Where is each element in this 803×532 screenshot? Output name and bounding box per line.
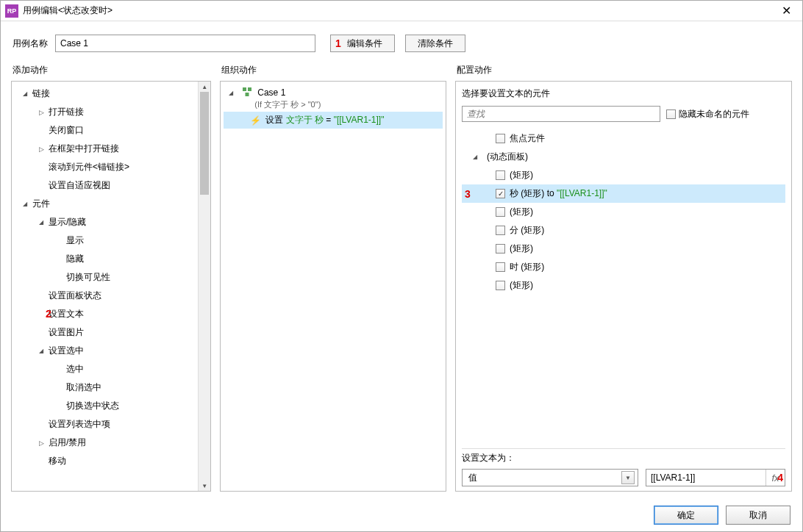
tree-item-label: 元件 xyxy=(32,198,50,210)
organize-action-column: 组织动作 Case 1 (If 文字于 秒 > "0") ⚡ 设置 文字于 秒 … xyxy=(220,61,446,492)
widget-checkbox[interactable] xyxy=(496,262,505,272)
value-input[interactable] xyxy=(646,470,765,486)
widget-checkbox[interactable] xyxy=(496,244,505,254)
search-input[interactable] xyxy=(462,106,660,122)
widget-tree-item[interactable]: 焦点元件 xyxy=(462,129,785,148)
case-name-label: 用例名称 xyxy=(13,37,48,50)
value-box: fx 4 xyxy=(646,469,785,486)
action-tree-item[interactable]: 关闭窗口 xyxy=(12,121,198,140)
expand-icon[interactable] xyxy=(37,219,46,226)
action-tree-item[interactable]: 启用/禁用 xyxy=(12,434,198,452)
scroll-up-icon[interactable]: ▲ xyxy=(199,82,210,92)
expand-icon[interactable] xyxy=(21,201,29,207)
widget-checkbox[interactable] xyxy=(496,226,505,235)
hide-unnamed-group[interactable]: 隐藏未命名的元件 xyxy=(666,108,749,121)
widget-checkbox[interactable] xyxy=(496,189,505,198)
widget-tree-item[interactable]: 分 (矩形) xyxy=(462,221,785,240)
tree-item-label: 设置面板状态 xyxy=(49,290,101,302)
widget-tree-item[interactable]: (矩形) xyxy=(462,203,785,221)
action-row[interactable]: ⚡ 设置 文字于 秒 = "[[LVAR1-1]]" xyxy=(224,112,443,129)
tree-item-label: 关闭窗口 xyxy=(49,124,84,137)
action-tree-item[interactable]: 设置图片 xyxy=(12,323,198,342)
widget-tree-item[interactable]: (矩形) xyxy=(462,166,785,184)
tree-item-label: 滚动到元件<锚链接> xyxy=(49,161,129,173)
widget-label: (矩形) xyxy=(510,279,533,292)
action-tree-item[interactable]: 设置选中 xyxy=(12,342,198,360)
expand-icon[interactable] xyxy=(37,109,46,116)
action-tree-item[interactable]: 显示 xyxy=(12,231,198,250)
case-name-input[interactable] xyxy=(55,35,315,52)
svg-rect-2 xyxy=(246,93,249,96)
action-tree-item[interactable]: 滚动到元件<锚链接> xyxy=(12,158,198,176)
action-tree-item[interactable]: 在框架中打开链接 xyxy=(12,140,198,158)
expand-icon[interactable] xyxy=(37,145,46,153)
expand-icon[interactable] xyxy=(471,154,479,160)
set-text-type-dropdown[interactable]: 值 ▼ xyxy=(462,469,638,486)
action-tree-item[interactable]: 链接 xyxy=(12,85,198,103)
widget-tree-item[interactable]: 时 (矩形) xyxy=(462,258,785,276)
widget-label: 焦点元件 xyxy=(510,132,545,145)
action-tree-item[interactable]: 切换选中状态 xyxy=(12,397,198,415)
fx-button[interactable]: fx xyxy=(765,470,785,486)
action-tree-item[interactable]: 选中 xyxy=(12,360,198,378)
tree-item-label: 选中 xyxy=(66,363,84,375)
action-tree-item[interactable]: 打开链接 xyxy=(12,103,198,121)
action-text: 设置 文字于 秒 = "[[LVAR1-1]]" xyxy=(265,114,384,126)
annotation-1: 1 xyxy=(335,37,341,49)
tree-item-label: 打开链接 xyxy=(49,106,84,118)
action-tree-item[interactable]: 设置列表选中项 xyxy=(12,415,198,434)
action-tree-item[interactable]: 元件 xyxy=(12,195,198,213)
action-tree-item[interactable]: 取消选中 xyxy=(12,378,198,397)
edit-condition-button[interactable]: 1 编辑条件 xyxy=(330,35,395,52)
tree-item-label: 显示/隐藏 xyxy=(49,216,86,229)
annotation-3: 3 xyxy=(465,188,471,200)
widget-tree[interactable]: 焦点元件(动态面板)(矩形)3秒 (矩形) to "[[LVAR1-1]]"(矩… xyxy=(462,126,785,444)
edit-condition-label: 编辑条件 xyxy=(347,38,382,48)
tree-item-label: 切换选中状态 xyxy=(66,400,119,412)
chevron-down-icon[interactable]: ▼ xyxy=(621,471,635,484)
expand-icon[interactable] xyxy=(226,90,235,96)
action-tree-item[interactable]: 2设置文本 xyxy=(12,305,198,323)
action-tree-item[interactable]: 移动 xyxy=(12,452,198,470)
action-tree-item[interactable]: 设置自适应视图 xyxy=(12,176,198,195)
footer: 确定 取消 xyxy=(1,499,802,531)
svg-rect-0 xyxy=(243,87,246,91)
widget-tree-item[interactable]: 3秒 (矩形) to "[[LVAR1-1]]" xyxy=(462,184,785,203)
case-condition: (If 文字于 秒 > "0") xyxy=(224,99,443,110)
cancel-button[interactable]: 取消 xyxy=(726,506,790,525)
action-tree-item[interactable]: 隐藏 xyxy=(12,250,198,268)
scroll-down-icon[interactable]: ▼ xyxy=(199,481,210,491)
configure-action-column: 配置动作 选择要设置文本的元件 隐藏未命名的元件 焦点元件(动态面板)(矩形)3… xyxy=(455,61,792,492)
widget-checkbox[interactable] xyxy=(496,281,505,290)
hide-unnamed-checkbox[interactable] xyxy=(666,109,676,119)
hide-unnamed-label: 隐藏未命名的元件 xyxy=(679,108,749,121)
widget-tree-item[interactable]: (矩形) xyxy=(462,240,785,258)
configure-action-panel: 选择要设置文本的元件 隐藏未命名的元件 焦点元件(动态面板)(矩形)3秒 (矩形… xyxy=(455,81,792,492)
scroll-thumb[interactable] xyxy=(200,92,209,195)
bolt-icon: ⚡ xyxy=(250,115,261,126)
widget-label: (矩形) xyxy=(510,242,533,255)
widget-checkbox[interactable] xyxy=(496,207,505,217)
widget-tree-item[interactable]: (动态面板) xyxy=(462,148,785,166)
expand-icon[interactable] xyxy=(21,90,29,97)
case-icon xyxy=(243,87,253,98)
action-tree-item[interactable]: 显示/隐藏 xyxy=(12,213,198,231)
scrollbar[interactable]: ▲ ▼ xyxy=(198,82,210,491)
action-tree-item[interactable]: 切换可见性 xyxy=(12,268,198,287)
ok-button[interactable]: 确定 xyxy=(654,506,718,525)
expand-icon[interactable] xyxy=(37,439,46,447)
action-tree-item[interactable]: 设置面板状态 xyxy=(12,287,198,305)
close-icon[interactable]: ✕ xyxy=(774,1,798,21)
tree-item-label: 设置文本 xyxy=(49,308,84,320)
svg-rect-1 xyxy=(248,87,251,91)
case-row[interactable]: Case 1 xyxy=(224,86,443,99)
widget-label: (动态面板) xyxy=(487,151,528,163)
dropdown-value: 值 xyxy=(468,472,477,484)
clear-condition-button[interactable]: 清除条件 xyxy=(405,35,465,52)
expand-icon[interactable] xyxy=(37,348,46,354)
widget-checkbox[interactable] xyxy=(496,170,505,180)
tree-item-label: 设置列表选中项 xyxy=(49,418,110,431)
action-tree[interactable]: 链接打开链接关闭窗口在框架中打开链接滚动到元件<锚链接>设置自适应视图元件显示/… xyxy=(12,82,198,491)
widget-checkbox[interactable] xyxy=(496,134,505,143)
widget-tree-item[interactable]: (矩形) xyxy=(462,276,785,295)
